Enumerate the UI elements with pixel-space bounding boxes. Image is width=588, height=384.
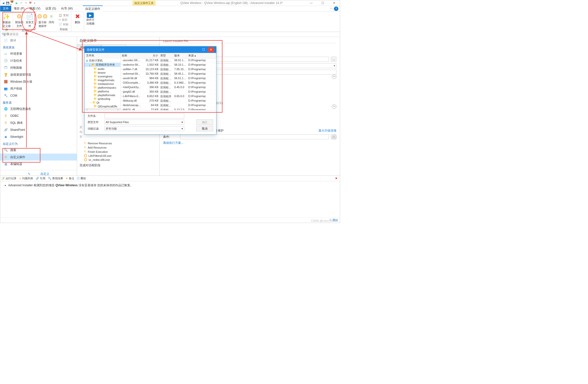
- tree-subfolder[interactable]: ›📁Qt: [85, 101, 120, 104]
- package-icon[interactable]: 📦▾: [10, 1, 14, 5]
- collapse-toggle-1[interactable]: ヘ: [332, 74, 336, 79]
- file-row[interactable]: ▫libEGL.dll22 KB应用程序...5.13.2.0D:\Progra…: [121, 108, 216, 110]
- minimize-button[interactable]: —: [305, 0, 317, 6]
- col-type[interactable]: 类型: [159, 53, 173, 58]
- file-row[interactable]: ▫jpeg62.dll355 KB应用程序...D:\Program\qc: [121, 90, 216, 94]
- quick-filter[interactable]: 🔍 快速筛选: [0, 32, 340, 37]
- tree-subfolder[interactable]: 📁QtGraphicalEffe: [85, 104, 120, 108]
- back-icon[interactable]: ◀: [1, 1, 5, 5]
- qat-dropdown-icon[interactable]: ▾: [33, 1, 37, 5]
- tree-app-folder[interactable]: ⌄📂应用程序文件夹: [85, 63, 120, 67]
- sidebar-item-game-explorer[interactable]: 🏆游戏资源管理器: [0, 71, 77, 78]
- bp-tab-find-results[interactable]: 🔍查找结果: [48, 177, 63, 180]
- file-row[interactable]: ▫IntelQuickSy...396 KB应用程序...0.45.0.0D:\…: [121, 85, 216, 90]
- tree-subfolder[interactable]: 📁audio: [85, 67, 120, 71]
- file-row[interactable]: ▫avutil-56.dll984 KB应用程序...56.51.10...D:…: [121, 76, 216, 81]
- collapse-toggle-2[interactable]: ヘ: [332, 104, 336, 109]
- filter-select[interactable]: 所有功能▾: [104, 126, 184, 131]
- filetype-select[interactable]: All Supported Files▾: [104, 120, 184, 125]
- sidebar-item-scheduled-tasks[interactable]: 🕐计划任务: [0, 57, 77, 64]
- sidebar-item-table-editor[interactable]: ▦表编辑器: [0, 161, 77, 168]
- sidebar-item-sharepoint[interactable]: 🔗SharePoint: [0, 126, 77, 133]
- action-item[interactable]: ↻Add Resources: [80, 145, 157, 150]
- bp-tab-notify[interactable]: ⓘ通知: [77, 177, 86, 180]
- ribbon-show-standard[interactable]: ⚙⚙ 显示标准操作: [38, 12, 47, 28]
- bp-tab-issues[interactable]: ⚠问题列表: [19, 177, 33, 180]
- sidebar-item-users-groups[interactable]: 👥用户和组: [0, 85, 77, 92]
- close-button[interactable]: ✕: [328, 0, 340, 6]
- notify-badge[interactable]: ☉ 通知: [0, 217, 340, 222]
- ribbon-copy[interactable]: 📋复制: [58, 13, 70, 17]
- sidebar-item-silverlight[interactable]: ◉Silverlight: [0, 133, 77, 140]
- sidebar-item-firewall[interactable]: 🧱Windows 防火墙: [0, 78, 77, 85]
- ribbon-paste[interactable]: 📄粘贴: [58, 22, 70, 26]
- redo-icon[interactable]: ↷: [24, 1, 28, 5]
- rp-adv-exec-link[interactable]: 高级执行方案...: [163, 141, 184, 145]
- tree-subfolder[interactable]: 📁mediaservice: [85, 82, 120, 86]
- sidebar-item-env-vars[interactable]: 🗂环境变量: [0, 50, 77, 57]
- file-row[interactable]: ▫avcodec-58....31,217 KB应用程序...58.91.10.…: [121, 58, 216, 63]
- tree-subfolder[interactable]: 📁platforms: [85, 89, 120, 93]
- sidebar-item-com[interactable]: 🔧COM: [0, 92, 77, 99]
- sidebar-item-custom-actions[interactable]: ⚙自定义操作: [0, 154, 77, 161]
- file-row[interactable]: ▫libbluray.dll270 KB应用程序...D:\Program\qc: [121, 99, 216, 103]
- dialog-ok-button[interactable]: 确定: [196, 119, 213, 125]
- col-version[interactable]: 版本: [173, 53, 187, 58]
- menu-file[interactable]: 文件: [0, 6, 11, 11]
- action-item[interactable]: ↻Finish Execution: [80, 150, 157, 154]
- rp-cond-input[interactable]: [180, 134, 329, 139]
- ribbon-cut[interactable]: ✂剪切: [58, 18, 70, 22]
- menu-project[interactable]: 项目 (P): [11, 6, 27, 11]
- sidebar-item-odbc[interactable]: 🛢ODBC: [0, 112, 77, 119]
- run-icon[interactable]: ▶: [15, 1, 19, 5]
- tree-hscroll[interactable]: ◀▶: [85, 108, 120, 110]
- action-item[interactable]: LAVFilters0.65.exe: [80, 154, 157, 158]
- menu-settings[interactable]: 设置 (S): [43, 6, 59, 11]
- filename-input[interactable]: [104, 113, 184, 118]
- maximize-button[interactable]: ☐: [317, 0, 328, 6]
- rp-show-upgrade-link[interactable]: 显示升级选项: [318, 129, 336, 133]
- file-row[interactable]: ▫avdevice-58...1,502 KB应用程序...58.10.10..…: [121, 63, 216, 67]
- ribbon-new-custom-action[interactable]: ✨ 新建自定义操作: [2, 12, 11, 32]
- tree-root[interactable]: 🖥目标计算机: [85, 58, 120, 63]
- ribbon-delete[interactable]: ✖ 删除: [73, 12, 82, 28]
- bp-tab-run-log[interactable]: 📝运行记录: [1, 177, 16, 180]
- col-size[interactable]: 大小: [144, 53, 159, 58]
- bottom-panel-close[interactable]: ✕: [335, 177, 337, 180]
- bp-tab-notes[interactable]: ★备注: [66, 177, 74, 180]
- menu-view[interactable]: 视图 (V): [27, 6, 43, 11]
- dialog-titlebar[interactable]: 选择安装文件 ☐ ✕: [85, 46, 216, 53]
- dialog-close[interactable]: ✕: [208, 47, 214, 52]
- ribbon-attached-file[interactable]: ⚙ 附加的文件: [14, 12, 24, 28]
- tree-subfolder[interactable]: 📁imageformats: [85, 78, 120, 82]
- calendar-icon[interactable]: 📅: [28, 1, 32, 5]
- file-row[interactable]: ▫libdshowcap...84 KB应用程序...D:\Program\qc: [121, 103, 216, 108]
- file-row[interactable]: ▫avformat-58...10,766 KB应用程序...58.45.10.…: [121, 72, 216, 76]
- sidebar-item-sql[interactable]: 🛢SQL 脚本: [0, 119, 77, 126]
- action-item[interactable]: ↻Remove Resources: [80, 141, 157, 145]
- bp-tab-references[interactable]: 🔗引用: [36, 177, 45, 180]
- menu-wizard[interactable]: 向导 (W): [59, 6, 75, 11]
- tree-subfolder[interactable]: 📁bearer: [85, 71, 120, 74]
- tree-subfolder[interactable]: 📁iconengines: [85, 74, 120, 78]
- file-row[interactable]: ▫D3Dcompile...3,386 KB应用程序...6.3.9600...…: [121, 81, 216, 85]
- sidebar-item-truncated[interactable]: 📄翻译: [0, 37, 77, 44]
- sidebar-item-search[interactable]: 🔍搜索: [0, 147, 77, 154]
- dialog-maximize[interactable]: ☐: [200, 47, 207, 52]
- dialog-cancel-button[interactable]: 取消: [196, 126, 213, 131]
- ribbon-collapse-icon[interactable]: ヘ: [330, 6, 333, 11]
- collapse-toggle-3[interactable]: ヘ: [332, 135, 336, 139]
- ribbon-sequence[interactable]: ≡ 序列: [48, 12, 55, 28]
- action-item[interactable]: vc_redist.x86.exe: [80, 158, 157, 162]
- sidebar-customize-link[interactable]: ✎ 自定义: [0, 170, 77, 176]
- rp-browse-button[interactable]: ...: [331, 57, 336, 62]
- ribbon-install-file[interactable]: 📄 安装文件: [25, 12, 34, 28]
- col-name[interactable]: 名称: [121, 53, 144, 58]
- tree-subfolder[interactable]: 📁platforminputcc: [85, 86, 120, 89]
- sidebar-item-iis[interactable]: 🌐互联网信息服务: [0, 105, 77, 112]
- menu-custom-actions[interactable]: 自定义操作: [83, 5, 103, 12]
- file-row[interactable]: ▫LAVFilters-0...8,652 KB应用程序0.65.0.0D:\P…: [121, 94, 216, 99]
- file-row[interactable]: ▫avfilter-7.dll10,123 KB应用程序...7.85.100.…: [121, 67, 216, 72]
- ribbon-howto-video[interactable]: ▶ 操作方法视频: [86, 12, 95, 28]
- undo-icon[interactable]: ↶: [19, 1, 23, 5]
